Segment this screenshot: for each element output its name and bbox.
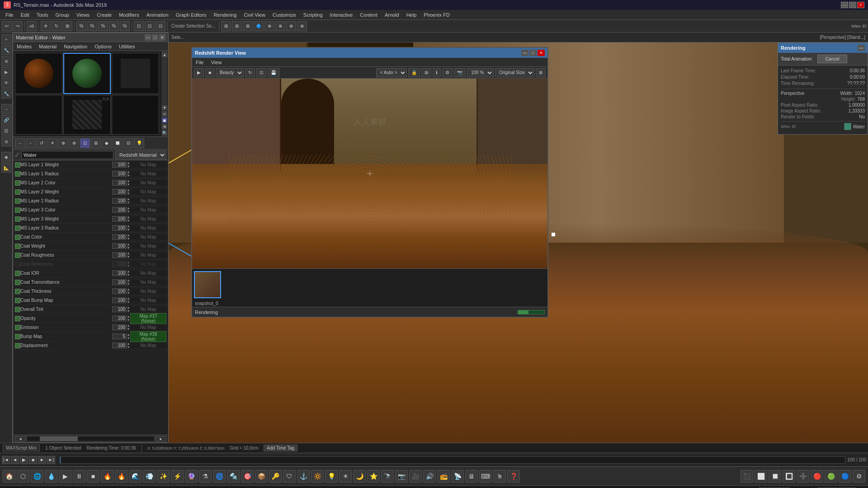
prop-arrows-opacity[interactable]: ▲▼ bbox=[127, 315, 130, 322]
prop-check-coat-color[interactable] bbox=[15, 235, 20, 240]
rp-cancel-btn[interactable]: Cancel bbox=[817, 55, 847, 63]
window-controls[interactable]: — □ ✕ bbox=[841, 2, 864, 8]
bt-icon-28[interactable]: 🔭 bbox=[381, 470, 394, 483]
menu-help[interactable]: Help bbox=[403, 11, 420, 19]
rw-refresh[interactable]: ↻ bbox=[245, 68, 255, 77]
mat-tool-copy2[interactable]: ⊕ bbox=[69, 138, 79, 148]
mat-nav-up[interactable]: ▲ bbox=[162, 52, 167, 57]
prop-value-coat-roughness[interactable] bbox=[112, 252, 127, 258]
bt-icon-39[interactable]: ⬜ bbox=[755, 470, 767, 483]
prop-map-ms-layer1-weight[interactable]: No Map bbox=[130, 162, 166, 167]
bt-icon-35[interactable]: ⌨ bbox=[479, 470, 492, 483]
prop-check-ms-layer3-color[interactable] bbox=[15, 207, 20, 213]
rw-lock[interactable]: 🔒 bbox=[408, 68, 420, 77]
prop-check-ms-layer2-radius[interactable] bbox=[15, 198, 20, 204]
bt-icon-46[interactable]: ⚙ bbox=[853, 470, 865, 483]
prop-value-ms-layer2-weight[interactable] bbox=[112, 189, 127, 195]
mat-tool-reset[interactable]: ↺ bbox=[37, 138, 47, 148]
prop-map-ms-layer3-color[interactable]: No Map bbox=[130, 207, 166, 212]
bt-icon-2[interactable]: ⬡ bbox=[17, 470, 29, 483]
prop-map-bump-map[interactable]: Map #38 (Noise) bbox=[130, 331, 166, 342]
toolbar-btn6[interactable]: ⊕ bbox=[264, 21, 274, 31]
rw-settings[interactable]: ⚙ bbox=[442, 68, 453, 77]
bt-icon-21[interactable]: 🛡 bbox=[283, 470, 296, 483]
bt-icon-33[interactable]: 📡 bbox=[451, 470, 464, 483]
prop-value-coat-ior[interactable] bbox=[112, 270, 127, 276]
menu-group[interactable]: Group bbox=[52, 11, 73, 19]
bt-icon-7[interactable]: ■ bbox=[87, 470, 99, 483]
toolbar-render3[interactable]: ⊡ bbox=[156, 21, 165, 31]
mat-tool-assign[interactable]: ⊞ bbox=[91, 138, 101, 148]
mat-thumb-1[interactable] bbox=[15, 53, 62, 94]
bt-icon-23[interactable]: 🔆 bbox=[311, 470, 324, 483]
menu-create[interactable]: Create bbox=[93, 11, 115, 19]
bt-icon-26[interactable]: 🌙 bbox=[353, 470, 366, 483]
prop-value-coat-color[interactable] bbox=[112, 234, 127, 240]
rendering-panel-controls[interactable]: — bbox=[858, 45, 865, 51]
prop-value-emission[interactable] bbox=[112, 324, 127, 330]
toolbar-btn5[interactable]: % bbox=[120, 21, 130, 31]
prop-map-coat-ior[interactable]: No Map bbox=[130, 271, 166, 276]
prop-value-overall-tint[interactable] bbox=[112, 306, 127, 312]
rw-save[interactable]: 💾 bbox=[268, 68, 279, 77]
bt-icon-17[interactable]: 🔩 bbox=[227, 470, 240, 483]
rw-screenshot[interactable]: 📷 bbox=[454, 68, 466, 77]
prop-arrows-ms-layer2-color[interactable]: ▲▼ bbox=[127, 179, 130, 187]
rw-zoom-select[interactable]: 100 % bbox=[467, 68, 494, 77]
prop-arrows-coat-bump-map[interactable]: ▲▼ bbox=[127, 297, 130, 304]
mat-nav-options[interactable]: ≡ bbox=[162, 111, 167, 117]
mat-thumb-5[interactable]: 人人 bbox=[63, 95, 111, 135]
prop-check-displacement[interactable] bbox=[15, 343, 20, 348]
prop-value-coat-bump-map[interactable] bbox=[112, 297, 127, 303]
mat-hscroll-thumb[interactable] bbox=[40, 436, 78, 441]
menu-civil-view[interactable]: Civil View bbox=[240, 11, 269, 19]
mat-thumb-2[interactable] bbox=[63, 53, 111, 94]
rw-size-select[interactable]: Original Size bbox=[495, 68, 534, 77]
prop-check-coat-roughness[interactable] bbox=[15, 253, 20, 258]
panel-close[interactable]: ✕ bbox=[159, 34, 165, 41]
mat-thumb-6[interactable] bbox=[112, 95, 159, 135]
toolbar-grid3[interactable]: ⊞ bbox=[243, 21, 253, 31]
mat-tool-put[interactable]: ← bbox=[26, 138, 36, 148]
prop-check-opacity[interactable] bbox=[15, 316, 20, 321]
prop-arrows-emission[interactable]: ▲▼ bbox=[127, 324, 130, 331]
maximize-btn[interactable]: □ bbox=[849, 2, 856, 8]
rw-minimize[interactable]: — bbox=[521, 50, 528, 56]
prop-value-coat-reflectivity[interactable] bbox=[112, 261, 127, 267]
bt-icon-36[interactable]: 🖱 bbox=[493, 470, 506, 483]
prop-arrows-coat-weight[interactable]: ▲▼ bbox=[127, 243, 130, 250]
prop-check-ms-layer1-radius[interactable] bbox=[15, 171, 20, 177]
material-name-input[interactable] bbox=[21, 151, 113, 159]
bt-icon-40[interactable]: 🔲 bbox=[769, 470, 781, 483]
prop-check-coat-ior[interactable] bbox=[15, 271, 20, 276]
prop-map-emission[interactable]: No Map bbox=[130, 325, 166, 330]
left-tool-motion[interactable]: ▶ bbox=[1, 67, 11, 77]
prop-arrows-ms-layer2-radius[interactable]: ▲▼ bbox=[127, 197, 130, 205]
mat-tool-delete[interactable]: ✕ bbox=[47, 138, 57, 148]
bt-icon-42[interactable]: ➕ bbox=[797, 470, 809, 483]
toolbar-btn8[interactable]: ⊕ bbox=[286, 21, 296, 31]
menu-animation[interactable]: Animation bbox=[143, 11, 172, 19]
toolbar-btn9[interactable]: ⊕ bbox=[297, 21, 307, 31]
left-tool-link[interactable]: 🔗 bbox=[1, 115, 11, 125]
prop-arrows-coat-ior[interactable]: ▲▼ bbox=[127, 270, 130, 277]
mat-nav-down[interactable]: ▼ bbox=[162, 105, 167, 110]
bt-icon-41[interactable]: 🔳 bbox=[783, 470, 795, 483]
left-tool-create[interactable]: + bbox=[1, 34, 11, 44]
prop-value-coat-thickness[interactable] bbox=[112, 288, 127, 294]
bt-icon-14[interactable]: 🔮 bbox=[185, 470, 198, 483]
prop-check-bump-map[interactable] bbox=[15, 334, 20, 339]
prop-value-coat-weight[interactable] bbox=[112, 243, 127, 249]
rw-info[interactable]: ℹ bbox=[433, 68, 441, 77]
toolbar-scale[interactable]: ⊞ bbox=[62, 21, 72, 31]
toolbar-btn1[interactable]: % bbox=[76, 21, 86, 31]
rw-grid[interactable]: ⊞ bbox=[421, 68, 431, 77]
prop-value-coat-transmittance[interactable] bbox=[112, 279, 127, 285]
prop-value-ms-layer1-radius[interactable] bbox=[112, 171, 127, 177]
rw-display-select[interactable]: Beauty bbox=[216, 68, 244, 77]
mat-menu-options[interactable]: Options bbox=[91, 43, 115, 50]
prop-value-ms-layer3-radius[interactable] bbox=[112, 225, 127, 231]
mat-tool-backlight[interactable]: 💡 bbox=[134, 138, 144, 148]
panel-maximize[interactable]: □ bbox=[152, 34, 158, 41]
prop-check-coat-reflectivity[interactable] bbox=[15, 262, 20, 267]
